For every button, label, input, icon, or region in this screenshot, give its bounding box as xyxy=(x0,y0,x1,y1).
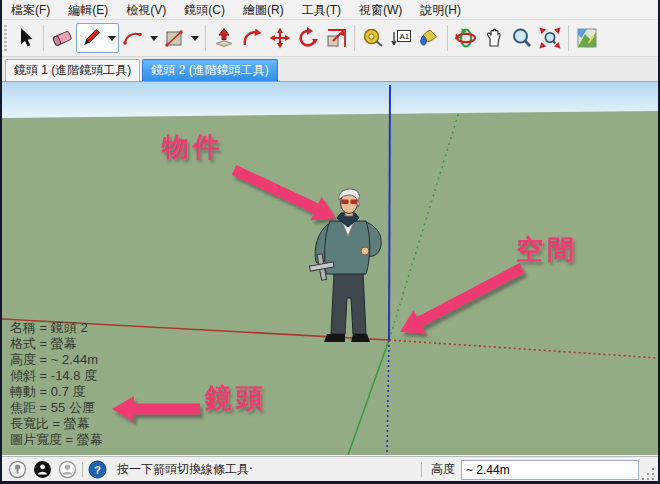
move-tool-button[interactable] xyxy=(266,24,294,52)
shape-tool-dropdown[interactable] xyxy=(188,24,201,52)
chevron-down-icon xyxy=(150,36,158,41)
blue-axis-solid xyxy=(389,85,390,340)
geolocation-button[interactable] xyxy=(8,460,27,479)
zoom-extents-tool-button[interactable] xyxy=(536,24,564,52)
shape-tool-button[interactable] xyxy=(160,24,188,52)
tape-measure-tool-button[interactable] xyxy=(359,24,387,52)
menu-tools[interactable]: 工具(T) xyxy=(293,1,350,19)
rotate-tool-button[interactable] xyxy=(294,24,322,52)
line-tool-dropdown[interactable] xyxy=(105,24,118,52)
viewport: 物件 空間 鏡頭 名稱 = 鏡頭 2 格式 = 螢幕 高度 = ~ 2.44m … xyxy=(2,82,658,455)
scale-icon xyxy=(324,26,348,50)
status-separator xyxy=(421,462,422,477)
tab-scene-1[interactable]: 鏡頭 1 (進階鏡頭工具) xyxy=(5,59,140,81)
pencil-icon xyxy=(79,26,103,50)
text-icon: A1 xyxy=(389,26,413,50)
toolbar-grip[interactable] xyxy=(4,25,7,51)
select-tool-button[interactable] xyxy=(11,24,39,52)
arc-icon xyxy=(121,26,145,50)
geolocation-icon xyxy=(8,460,27,479)
arc-tool-group xyxy=(119,24,160,52)
arc-tool-button[interactable] xyxy=(119,24,147,52)
add-location-map-icon xyxy=(575,26,599,50)
menu-file[interactable]: 檔案(F) xyxy=(2,1,59,19)
pan-hand-icon xyxy=(482,26,506,50)
arc-tool-dropdown[interactable] xyxy=(147,24,160,52)
space-annotation-label: 空間 xyxy=(516,232,578,268)
menu-window[interactable]: 視窗(W) xyxy=(350,1,411,19)
status-hint-text: 按一下箭頭切換線條工具‧ xyxy=(117,461,253,478)
follow-me-icon xyxy=(240,26,264,50)
menu-draw[interactable]: 繪圖(R) xyxy=(234,1,293,19)
measurement-label: 高度 xyxy=(431,461,455,478)
status-separator xyxy=(82,462,83,477)
zoom-tool-button[interactable] xyxy=(508,24,536,52)
camera-info-tilt: 傾斜 = -14.8 度 xyxy=(10,368,103,384)
help-icon: ? xyxy=(88,460,107,479)
menu-help[interactable]: 說明(H) xyxy=(411,1,470,19)
sketchup-window: 檔案(F) 編輯(E) 檢視(V) 鏡頭(C) 繪圖(R) 工具(T) 視窗(W… xyxy=(0,0,660,484)
sign-in-user-icon xyxy=(58,460,77,479)
follow-me-tool-button[interactable] xyxy=(238,24,266,52)
orbit-icon xyxy=(454,26,478,50)
camera-info-name: 名稱 = 鏡頭 2 xyxy=(10,320,103,336)
select-arrow-icon xyxy=(13,26,37,50)
chevron-down-icon xyxy=(191,36,199,41)
eraser-tool-button[interactable] xyxy=(48,24,76,52)
camera-info-focal-length: 焦距 = 55 公厘 xyxy=(10,400,103,416)
zoom-extents-icon xyxy=(538,26,562,50)
text-tool-button[interactable]: A1 xyxy=(387,24,415,52)
line-tool-button[interactable] xyxy=(77,24,105,52)
camera-info-aspect-ratio: 長寬比 = 螢幕 xyxy=(10,416,103,432)
orbit-tool-button[interactable] xyxy=(452,24,480,52)
tab-scene-2[interactable]: 鏡頭 2 (進階鏡頭工具) xyxy=(142,59,277,81)
paint-bucket-tool-button[interactable] xyxy=(415,24,443,52)
menu-bar: 檔案(F) 編輯(E) 檢視(V) 鏡頭(C) 繪圖(R) 工具(T) 視窗(W… xyxy=(2,0,658,20)
zoom-icon xyxy=(510,26,534,50)
pan-tool-button[interactable] xyxy=(480,24,508,52)
camera-info-image-width: 圖片寬度 = 螢幕 xyxy=(10,432,103,448)
object-annotation-label: 物件 xyxy=(162,129,224,165)
scene-tab-bar: 鏡頭 1 (進階鏡頭工具) 鏡頭 2 (進階鏡頭工具) xyxy=(2,57,658,82)
resize-grip[interactable] xyxy=(642,466,656,480)
push-pull-tool-button[interactable] xyxy=(210,24,238,52)
credit-attribution-icon xyxy=(33,460,52,479)
camera-info-format: 格式 = 螢幕 xyxy=(10,336,103,352)
camera-info-roll: 轉動 = 0.7 度 xyxy=(10,384,103,400)
eraser-icon xyxy=(50,26,74,50)
svg-text:?: ? xyxy=(94,464,101,476)
menu-camera[interactable]: 鏡頭(C) xyxy=(175,1,234,19)
tape-measure-icon xyxy=(361,26,385,50)
add-location-tool-button[interactable] xyxy=(573,24,601,52)
rectangle-icon xyxy=(162,26,186,50)
chevron-down-icon xyxy=(108,36,116,41)
rotate-icon xyxy=(296,26,320,50)
credit-attribution-button[interactable] xyxy=(33,460,52,479)
svg-text:A1: A1 xyxy=(400,32,410,41)
line-tool-group xyxy=(76,23,119,53)
measurement-input[interactable] xyxy=(461,460,639,480)
toolbar: A1 xyxy=(2,20,658,57)
camera-annotation-label: 鏡頭 xyxy=(205,380,267,416)
menu-edit[interactable]: 編輯(E) xyxy=(59,1,117,19)
camera-info-overlay: 名稱 = 鏡頭 2 格式 = 螢幕 高度 = ~ 2.44m 傾斜 = -14.… xyxy=(10,320,103,448)
camera-info-height: 高度 = ~ 2.44m xyxy=(10,352,103,368)
sign-in-button[interactable] xyxy=(58,460,77,479)
move-icon xyxy=(268,26,292,50)
status-bar: ? 按一下箭頭切換線條工具‧ 高度 xyxy=(2,456,658,482)
paint-bucket-icon xyxy=(417,26,441,50)
scale-tool-button[interactable] xyxy=(322,24,350,52)
push-pull-icon xyxy=(212,26,236,50)
shape-tool-group xyxy=(160,24,201,52)
menu-view[interactable]: 檢視(V) xyxy=(117,1,175,19)
help-button[interactable]: ? xyxy=(88,460,107,479)
